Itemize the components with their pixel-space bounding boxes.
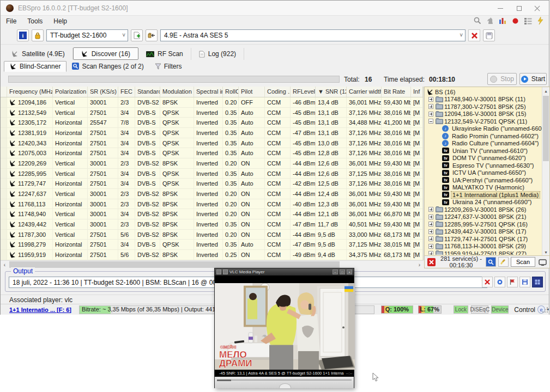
maximize-button[interactable] [510,1,528,16]
scroll-down-icon[interactable]: ▾ [542,248,549,256]
panel-button[interactable] [532,277,543,287]
tab-0[interactable]: Satellite (4.9E) [4,48,73,60]
grid-hscrollbar[interactable]: ‹ › [1,260,424,268]
device-select[interactable]: TT-budget S2-1600 ˅ [46,29,128,41]
vlc-video-frame[interactable]: 1+1 СІМЕЙНІ МЕЛО ДРАМИ [215,283,355,370]
tree-tv-item[interactable]: tvICTV UA ("unnamed-6650") [425,169,542,177]
column-header-13[interactable]: Bit Rate [382,87,411,97]
tree-radio-item[interactable]: ♪Radio Culture ("unnamed-6604") [425,140,542,148]
menu-file[interactable]: File [1,16,22,26]
tree-vscrollbar[interactable]: ▴ ▾ [542,87,549,256]
tab-1[interactable]: Discover (16) [73,47,138,60]
vlc-seek-bar[interactable] [217,379,352,381]
tree-mux-item[interactable]: 11729,747-H-27501 QPSK (17) [425,235,542,243]
scroll-up-icon[interactable]: ▴ [542,87,549,95]
tree-tv-item[interactable]: tvDOM TV ("unnamed-6620") [425,155,542,162]
table-row[interactable]: 11998,279Horizontal275013/4DVB-SQPSKInve… [1,240,423,250]
expand-icon[interactable] [428,251,433,255]
scroll-right-icon[interactable]: › [415,261,424,268]
tree-mux-item[interactable]: 11748,940-V-30001 8PSK (11) [425,96,542,103]
bar-chart-icon[interactable] [498,16,507,25]
table-row[interactable]: 12075,003Horizontal275013/4DVB-SQPSKInve… [1,148,423,158]
tree-tv-item[interactable]: tv1+1 International (1plus1 Media) [425,191,542,199]
tree-radio-item[interactable]: ♪Radio Promin ("unnamed-6602") [425,132,542,140]
tab-2[interactable]: RF Scan [138,48,191,60]
tree-tv-item[interactable]: tvEspreso TV ("unnamed-6630") [425,162,542,169]
column-header-14[interactable]: Inf [411,87,423,97]
column-header-11[interactable]: ▼ SNR (12,... [316,87,347,97]
scan-button[interactable]: Scan [511,257,535,267]
menu-tools[interactable]: Tools [22,16,48,26]
expand-icon[interactable] [428,236,433,241]
table-row[interactable]: 11748,940Vertical300013/4DVB-S28PSKInver… [1,209,423,219]
column-header-10[interactable]: RFLevel [291,87,316,97]
flag-button[interactable] [507,277,518,287]
tree-radio-item[interactable]: ♪Ukrayinske Radio ("unnamed-6600") [425,125,542,133]
vlc-close-button[interactable]: × [347,270,352,274]
marker-button[interactable] [494,277,505,287]
column-header-3[interactable]: FEC [118,87,135,97]
satellite-select[interactable]: 4.9E - Astra 4A SES 5 ˅ [160,29,466,41]
tree-tv-item[interactable]: tvUkraina 24 ("unnamed-6690") [425,199,542,206]
expand-icon[interactable] [428,207,433,212]
vlc-play-button[interactable] [279,383,291,388]
hscroll-thumb[interactable] [9,261,340,268]
column-header-12[interactable]: Carrier width [347,87,382,97]
tab-3[interactable]: Log (922) [191,48,244,60]
resize-grip[interactable] [541,307,548,314]
expand-icon[interactable] [428,215,433,219]
column-header-9[interactable]: Coding ... [265,87,291,97]
tree-mux-item[interactable]: 12209,269-V-30001 8PSK (26) [425,206,542,213]
table-row[interactable]: 12305,172Horizontal255477/8DVB-SQPSKInve… [1,118,423,128]
tree-mux-item[interactable]: 11787,300-V-27501 8PSK (25) [425,103,542,111]
column-header-6[interactable]: Spectral in... [194,87,223,97]
vscroll-thumb[interactable] [543,96,549,161]
table-row[interactable]: 11729,747Horizontal275013/4DVB-SQPSKInve… [1,179,423,189]
record-icon[interactable] [511,16,519,25]
start-button[interactable]: Start [519,73,547,85]
table-row[interactable]: 12420,343Horizontal275013/4DVB-SQPSKInve… [1,138,423,149]
expand-icon[interactable] [428,222,433,226]
info-button[interactable]: i [17,29,29,41]
tree-mux-item[interactable]: 11768,113-H-30001 8PSK (29) [425,243,542,250]
tree-mux-item[interactable]: 12094,186-V-30001 8PSK (15) [425,111,542,118]
menu-help[interactable]: Help [48,16,72,26]
column-header-7[interactable]: RollOff [223,87,239,97]
expand-icon[interactable] [428,97,433,102]
delete-satellite-button[interactable] [468,29,480,41]
table-row[interactable]: 11768,113Horizontal300012/3DVB-S28PSKInv… [1,199,423,210]
stop-button[interactable]: Stop [487,73,517,85]
column-header-1[interactable]: Polarization [53,87,88,97]
tree-mux-item[interactable]: 12439,442-V-30001 8PSK (17) [425,228,542,236]
lock-button[interactable] [32,29,44,41]
table-row[interactable]: 11959,919Horizontal275015/6DVB-S28PSKInv… [1,250,423,260]
service-link[interactable]: 1+1 Internatio ... [F: 6] [9,307,71,313]
subtab-2[interactable]: Filters [149,61,188,72]
column-header-4[interactable]: Standard [135,87,160,97]
minimize-button[interactable] [491,1,510,16]
import-button[interactable] [146,29,158,41]
new-document-button[interactable] [131,29,143,41]
expand-icon[interactable] [428,244,433,249]
column-header-2[interactable]: SR (KS/s) [88,87,118,97]
subtab-1[interactable]: Scan Ranges (2 of 2) [67,61,149,72]
table-row[interactable]: 11787,300Vertical275015/6DVB-S28PSKInver… [1,230,423,240]
expand-icon[interactable] [428,104,433,109]
tree-mux-item[interactable]: 12285,995-V-27501 QPSK (16) [425,220,542,228]
clear-services-button[interactable] [426,257,437,267]
collapse-icon[interactable] [428,119,433,124]
tree-tv-item[interactable]: tvUA:Pershyi ("unnamed-6660") [425,176,542,184]
tree-mux-item[interactable]: 12132,549-V-27501 QPSK (11) [425,118,542,125]
table-row[interactable]: 12132,549Vertical275013/4DVB-SQPSKInvert… [1,108,423,118]
table-row[interactable]: 12209,269Vertical300012/3DVB-S28PSKInver… [1,158,423,169]
column-header-8[interactable]: Pilot [239,87,265,97]
column-header-5[interactable]: Modulation [160,87,194,97]
tree-root[interactable]: BS (16) [425,88,542,96]
save-output-button[interactable] [519,277,530,287]
knight-icon[interactable] [486,16,494,25]
expand-icon[interactable] [428,229,433,234]
tv-preview-button[interactable] [537,257,548,267]
clean-button[interactable] [498,257,509,267]
vlc-maximize-button[interactable]: □ [340,270,345,274]
details-list-icon[interactable] [523,16,532,25]
